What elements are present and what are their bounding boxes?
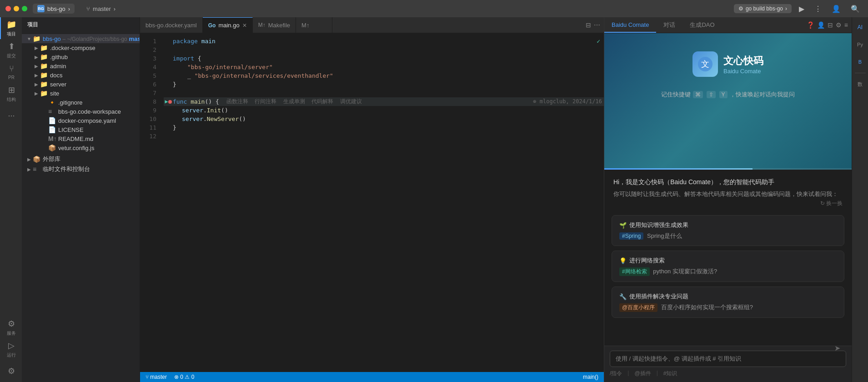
suggestion-title-2: 💡 进行网络搜索 <box>619 256 837 265</box>
tree-root[interactable]: ▼ 📁 bbs-go – ~/GolandProjects/bbs-go mas… <box>22 34 140 43</box>
status-bar: ⑂ master ⊗ 0 ⚠ 0 main() <box>140 372 604 382</box>
id-server-newserver: server <box>182 115 203 123</box>
right-bar-baidu[interactable]: B <box>852 54 868 70</box>
ai-hint-cmd[interactable]: /指令 <box>610 370 622 377</box>
ai-hint-knowledge[interactable]: #知识 <box>663 370 677 377</box>
tree-item-temp[interactable]: ▶ ≡ 临时文件和控制台 <box>22 164 140 174</box>
activity-label-structure: 结构 <box>7 96 16 103</box>
ai-refresh-btn[interactable]: ↻ 换一换 <box>820 199 843 208</box>
code-content[interactable]: package main ✓ import { "bbs-go/internal… <box>162 33 604 372</box>
activity-item-more[interactable]: ··· <box>0 105 22 126</box>
label-workspace: bbs-go.code-workspace <box>58 108 121 115</box>
label-github: .github <box>50 54 68 60</box>
status-errors[interactable]: ⊗ 0 ⚠ 0 <box>174 374 194 380</box>
code-editor: 1 2 3 4 5 6 7 8 9 10 11 12 package main … <box>140 33 604 372</box>
ai-tab-user-btn[interactable]: 👤 <box>817 21 825 29</box>
ai-logo: 文 文心快码 Baidu Comate <box>692 51 763 77</box>
main-layout: 📁 项目 ⬆ 提交 ⑂ PR ⊞ 结构 ··· ⚙ 服务 ▷ 运行 ⚙ <box>0 17 868 382</box>
ai-tab-bar: Baidu Comate 对话 生成DAO ❓ 👤 ⊟ ⚙ ≡ <box>604 17 852 33</box>
ai-tab-chat[interactable]: 对话 <box>656 17 682 33</box>
run-activity-icon: ▷ <box>8 341 15 351</box>
code-line-3: import { <box>164 54 604 63</box>
tab-main-go[interactable]: Go main.go ✕ <box>203 17 253 33</box>
right-bar-ai[interactable]: AI <box>852 19 868 35</box>
run-config-button[interactable]: ⚙ go build bbs-go › <box>734 4 792 13</box>
tree-item-workspace[interactable]: ≡ bbs-go.code-workspace <box>22 107 140 116</box>
tab-close-main-go[interactable]: ✕ <box>242 22 247 29</box>
tree-item-license[interactable]: 📄 LICENSE <box>22 125 140 134</box>
status-branch[interactable]: ⑂ master <box>146 374 167 380</box>
ai-input-hints: /指令 | @插件 | #知识 <box>610 370 846 377</box>
suggestion-desc-3: @百度小程序 百度小程序如何实现一个搜索框组? <box>619 303 837 312</box>
kw-import: import <box>173 54 194 63</box>
tree-item-server[interactable]: ▶ 📁 server <box>22 80 140 89</box>
ai-tab-split-btn[interactable]: ⊟ <box>828 21 833 29</box>
suggestion-card-3[interactable]: 🔧 使用插件解决专业问题 @百度小程序 百度小程序如何实现一个搜索框组? <box>612 286 844 318</box>
project-selector[interactable]: BG bbs-go › <box>33 4 75 14</box>
suggestion-card-1[interactable]: 🌱 使用知识增强生成效果 #Spring Spring是什么 <box>612 215 844 246</box>
run-gutter-icon[interactable]: ▶ <box>165 97 168 106</box>
activity-item-project[interactable]: 📁 项目 <box>0 17 22 39</box>
activity-item-services[interactable]: ⚙ 服务 <box>0 317 22 338</box>
activity-item-run[interactable]: ▷ 运行 <box>0 338 22 360</box>
ai-intro-title: Hi，我是文心快码（Baidu Comate），您的智能代码助手 <box>613 177 843 187</box>
suggestion-card-2[interactable]: 💡 进行网络搜索 #网络检索 python 实现窗口假激活? <box>612 251 844 282</box>
tab-actions: ⊟ ⋯ <box>582 17 604 33</box>
folder-github-icon: 📁 <box>40 53 48 60</box>
label-docs: docs <box>50 72 62 79</box>
editor-area: bbs-go.docker.yaml Go main.go ✕ M↑ Makef… <box>140 17 604 382</box>
fn-main: main <box>191 97 205 106</box>
ai-tab-dao[interactable]: 生成DAO <box>682 17 722 33</box>
tree-item-docs[interactable]: ▶ 📁 docs <box>22 70 140 80</box>
activity-item-structure[interactable]: ⊞ 结构 <box>0 83 22 105</box>
ai-tab-menu-btn[interactable]: ≡ <box>844 21 848 29</box>
debug-button[interactable]: ⋮ <box>812 4 824 14</box>
tree-item-site[interactable]: ▶ 📁 site <box>22 89 140 98</box>
maximize-button[interactable] <box>22 6 27 11</box>
ai-hint-plugin[interactable]: @插件 <box>634 370 651 377</box>
breakpoint-icon[interactable] <box>168 100 172 104</box>
activity-item-pr[interactable]: ⑂ PR <box>0 61 22 83</box>
tree-item-github[interactable]: ▶ 📁 .github <box>22 52 140 61</box>
code-line-5: _ "bbs-go/internal/services/eventhandler… <box>164 71 604 80</box>
code-line-6: } <box>164 80 604 89</box>
ai-tab-comate[interactable]: Baidu Comate <box>604 17 656 33</box>
ai-logo-text: 文心快码 <box>723 54 763 68</box>
tree-item-docker-compose[interactable]: ▶ 📁 .docker-compose <box>22 43 140 52</box>
run-button[interactable]: ▶ <box>796 4 807 14</box>
suggestion-icon-2: 💡 <box>619 257 627 264</box>
tab-more-button[interactable]: ⋯ <box>594 21 600 29</box>
code-line-12 <box>164 132 604 141</box>
right-bar-data[interactable]: 数 <box>852 76 868 92</box>
minimize-button[interactable] <box>14 6 19 11</box>
profile-button[interactable]: 👤 <box>829 4 843 14</box>
settings-icon: ⚙ <box>8 366 15 376</box>
ai-tab-help-btn[interactable]: ❓ <box>807 21 814 29</box>
suggestion-tag-1: #Spring <box>619 232 643 240</box>
tree-item-vetur[interactable]: 📦 vetur.config.js <box>22 143 140 152</box>
tree-item-gitignore[interactable]: 🔸 .gitignore <box>22 98 140 107</box>
tree-item-readme[interactable]: M↑ README.md <box>22 134 140 143</box>
folder-site-icon: 📁 <box>40 90 48 97</box>
tree-item-external[interactable]: ▶ 📦 外部库 <box>22 154 140 164</box>
label-gitignore: .gitignore <box>58 99 82 106</box>
tab-docker-yaml[interactable]: bbs-go.docker.yaml <box>140 17 203 33</box>
branch-selector[interactable]: ⑂ master › <box>82 4 120 14</box>
gutter-8[interactable]: ▶ <box>164 97 173 106</box>
search-button[interactable]: 🔍 <box>848 4 863 14</box>
ai-content: 文 文心快码 Baidu Comate 记住快捷键 ⌘ ⇧ Y ，快速唤起对话向… <box>604 33 852 346</box>
tab-makefile[interactable]: M↑ Makefile <box>253 17 296 33</box>
tab-split-button[interactable]: ⊟ <box>586 21 591 29</box>
tab-extra[interactable]: M↑ <box>296 17 332 33</box>
ai-send-button[interactable]: ➤ <box>834 344 840 352</box>
tree-item-docker-yaml[interactable]: 📄 docker-compose.yaml <box>22 116 140 125</box>
run-label: go build bbs-go <box>746 5 783 12</box>
str-server: "bbs-go/internal/server" <box>187 63 273 71</box>
tree-item-admin[interactable]: ▶ 📁 admin <box>22 61 140 70</box>
code-line-8: ▶ func main() { 函数注释 行间注释 生成单测 代码解释 调优建议… <box>164 97 604 106</box>
activity-item-settings[interactable]: ⚙ <box>0 360 22 382</box>
activity-item-commit[interactable]: ⬆ 提交 <box>0 39 22 61</box>
close-button[interactable] <box>5 6 11 11</box>
ai-tab-settings-btn[interactable]: ⚙ <box>836 21 842 29</box>
right-bar-python[interactable]: Py <box>852 36 868 53</box>
